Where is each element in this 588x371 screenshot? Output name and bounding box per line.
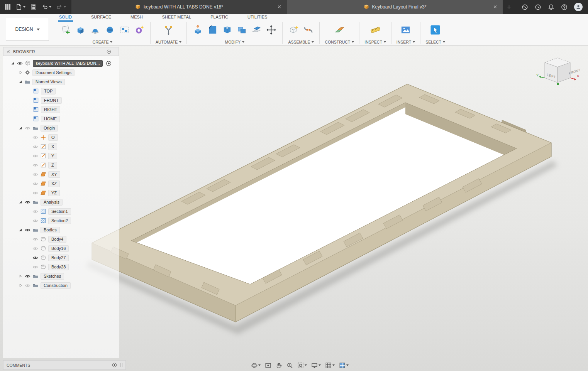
zoom-button[interactable] [285,361,295,370]
avatar[interactable] [574,3,583,11]
inspect-group-label[interactable]: INSPECT [364,40,386,44]
tree-item-document-settings[interactable]: Document Settings [3,68,119,77]
grid-settings-button[interactable] [324,361,336,370]
tab-solid[interactable]: SOLID [58,14,73,20]
save-button[interactable] [30,3,37,11]
visibility-eye-icon[interactable] [25,273,31,279]
tree-item-body28[interactable]: Body28 [3,262,119,272]
visibility-eye-icon[interactable] [32,255,38,261]
visibility-eye-icon[interactable] [32,181,38,187]
tree-item-plane-yz[interactable]: YZ [3,188,119,197]
help-icon[interactable] [561,4,568,10]
close-tab-icon[interactable] [277,4,282,9]
tab-sheet-metal[interactable]: SHEET METAL [161,14,192,20]
new-component-button[interactable] [288,24,300,36]
tree-item-analysis[interactable]: Analysis [3,197,119,207]
workspace-selector[interactable]: DESIGN [6,18,49,41]
press-pull-button[interactable] [192,24,204,36]
viewports-button[interactable] [337,361,350,370]
visibility-eye-icon[interactable] [32,172,38,177]
panel-resize-handle[interactable] [120,363,122,367]
move-copy-button[interactable] [265,24,277,36]
tree-item-origin[interactable]: Origin [3,123,119,133]
assemble-group-label[interactable]: ASSEMBLE [288,40,314,44]
tree-item-view-front[interactable]: FRONT [3,96,119,105]
tree-item-named-views[interactable]: Named Views [3,77,119,86]
collapse-panel-icon[interactable] [6,49,10,54]
expander-open-icon[interactable] [11,61,15,65]
tree-item-view-home[interactable]: HOME [3,114,119,123]
visibility-eye-icon[interactable] [32,190,38,196]
tree-item-axis-y[interactable]: Y [3,151,119,160]
notifications-bell-icon[interactable] [548,4,554,10]
revolve-button[interactable] [89,24,101,36]
expander-closed-icon[interactable] [19,274,22,278]
comments-bar[interactable]: COMMENTS [3,360,126,370]
pan-button[interactable] [274,361,284,370]
visibility-eye-icon[interactable] [32,162,38,168]
visibility-eye-icon[interactable] [32,218,38,224]
tab-plastic[interactable]: PLASTIC [209,14,229,20]
pattern-button[interactable] [119,24,130,36]
tree-item-axis-x[interactable]: X [3,142,119,151]
activate-component-icon[interactable] [106,61,112,66]
expander-open-icon[interactable] [19,80,22,84]
measure-button[interactable] [369,24,381,36]
panel-resize-handle[interactable] [114,49,116,54]
expander-open-icon[interactable] [19,126,22,130]
extensions-icon[interactable] [522,4,528,10]
redo-button[interactable] [56,3,67,11]
close-tab-icon[interactable] [493,4,498,9]
expander-open-icon[interactable] [19,228,22,232]
new-tab-button[interactable] [503,0,515,14]
sphere-button[interactable] [104,24,116,36]
visibility-eye-icon[interactable] [32,209,38,214]
construct-group-label[interactable]: CONSTRUCT [325,40,354,44]
tree-item-axis-z[interactable]: Z [3,160,119,170]
orbit-button[interactable] [249,361,262,370]
visibility-eye-icon[interactable] [32,153,38,159]
display-settings-button[interactable] [310,361,322,370]
coil-button[interactable] [133,24,145,36]
create-sketch-button[interactable] [60,24,72,36]
tree-item-body27[interactable]: Body27 [3,253,119,262]
insert-image-button[interactable] [400,24,412,36]
visibility-eye-icon[interactable] [25,199,31,205]
tree-item-construction[interactable]: Construction [3,281,119,290]
expander-open-icon[interactable] [19,200,22,204]
file-menu-button[interactable] [15,3,26,11]
fit-button[interactable] [296,361,308,370]
tree-item-body4[interactable]: Body4 [3,234,119,244]
insert-group-label[interactable]: INSERT [397,40,415,44]
tree-item-plane-xz[interactable]: XZ [3,179,119,188]
combine-button[interactable] [236,24,248,36]
visibility-eye-icon[interactable] [32,236,38,242]
visibility-eye-icon[interactable] [32,144,38,150]
create-group-label[interactable]: CREATE [93,40,113,44]
fillet-button[interactable] [207,24,219,36]
visibility-eye-icon[interactable] [32,246,38,251]
visibility-eye-icon[interactable] [25,125,31,131]
undo-button[interactable] [41,3,52,11]
offset-face-button[interactable] [251,24,263,36]
automate-group-label[interactable]: AUTOMATE [156,40,181,44]
add-comment-icon[interactable] [112,363,117,368]
document-tab-inactive[interactable]: Keyboard Layout Final v3* [287,0,503,14]
visibility-eye-icon[interactable] [25,227,31,233]
visibility-eye-icon[interactable] [32,135,38,140]
tab-utilities[interactable]: UTILITIES [246,14,268,20]
tree-item-view-right[interactable]: RIGHT [3,105,119,114]
tree-item-origin-point[interactable]: O [3,133,119,142]
visibility-eye-icon[interactable] [17,61,23,66]
joint-button[interactable] [302,24,314,36]
tree-item-sketches[interactable]: Sketches [3,272,119,281]
shell-button[interactable] [221,24,233,36]
modify-group-label[interactable]: MODIFY [225,40,244,44]
document-tab-active[interactable]: keyboard WITH ALL TABS DONE v18* [71,0,287,14]
look-at-button[interactable] [263,361,273,370]
tree-item-body16[interactable]: Body16 [3,244,119,253]
expander-closed-icon[interactable] [19,283,22,287]
tree-item-view-top[interactable]: TOP [3,86,119,96]
expander-closed-icon[interactable] [19,71,22,74]
tree-item-root-component[interactable]: keyboard WITH ALL TABS DON... [3,59,119,68]
